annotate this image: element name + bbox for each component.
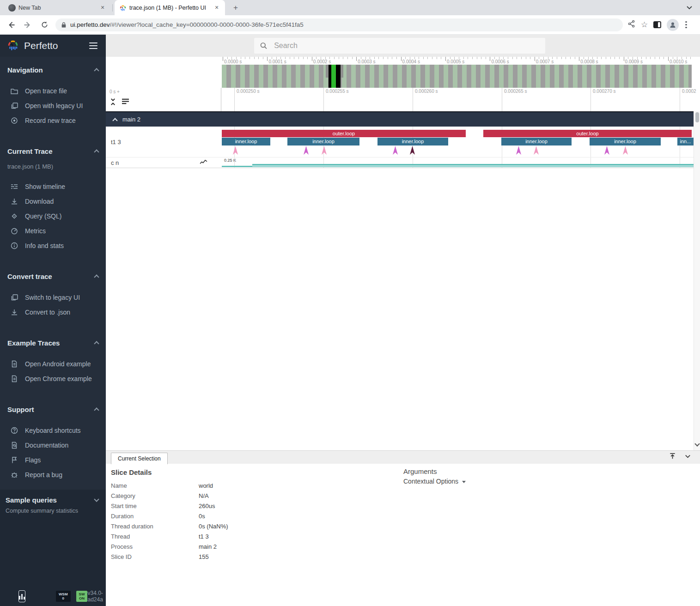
collapse-panel-icon[interactable] bbox=[684, 452, 692, 462]
sidebar-item-query-sql-[interactable]: Query (SQL) bbox=[0, 209, 106, 224]
slice-inner-loop[interactable]: inner.loop bbox=[501, 138, 572, 145]
browser-menu-icon[interactable] bbox=[684, 20, 688, 30]
doc-icon bbox=[10, 375, 18, 383]
instant-event-marker[interactable] bbox=[533, 146, 539, 157]
ruler-tick bbox=[241, 57, 241, 59]
instant-event-marker[interactable] bbox=[303, 146, 309, 157]
sidebar-item-documentation[interactable]: Documentation bbox=[0, 438, 106, 453]
browser-tabstrip: New Tab × trace.json (1 MB) - Perfetto U… bbox=[0, 0, 700, 15]
sidebar-item-open-with-legacy-ui[interactable]: Open with legacy UI bbox=[0, 98, 106, 113]
slice-inner-loop[interactable]: inner.loop bbox=[590, 138, 661, 145]
search-input[interactable] bbox=[273, 41, 540, 50]
instant-event-marker[interactable] bbox=[392, 146, 398, 157]
slice-outer-loop[interactable]: outer.loop bbox=[222, 130, 466, 137]
section-header[interactable]: Example Traces bbox=[0, 338, 106, 347]
ruler-tick bbox=[490, 57, 490, 61]
process-group-header[interactable]: main 2 bbox=[106, 111, 694, 127]
instant-event-marker[interactable] bbox=[516, 146, 522, 157]
section-header[interactable]: Support bbox=[0, 405, 106, 414]
collapse-tracks-icon[interactable] bbox=[110, 98, 116, 108]
selection-window[interactable] bbox=[331, 65, 336, 88]
minimap-selection[interactable] bbox=[326, 65, 343, 88]
instant-event-marker[interactable] bbox=[321, 146, 327, 157]
track-name-panel[interactable]: c n bbox=[106, 158, 221, 168]
address-bar[interactable]: ui.perfetto.dev/#!/viewer?local_cache_ke… bbox=[55, 18, 623, 31]
ruler-tick bbox=[401, 57, 402, 61]
search-box[interactable] bbox=[254, 38, 545, 54]
sidebar-item-open-chrome-example[interactable]: Open Chrome example bbox=[0, 371, 106, 386]
instant-event-marker[interactable] bbox=[409, 146, 415, 157]
tab-perfetto[interactable]: trace.json (1 MB) - Perfetto UI × bbox=[115, 0, 225, 15]
bookmark-star-icon[interactable]: ☆ bbox=[641, 20, 648, 30]
selection-handle-left[interactable] bbox=[326, 65, 329, 78]
sidebar-item-show-timeline[interactable]: Show timeline bbox=[0, 179, 106, 194]
sidebar-item-label: Download bbox=[25, 198, 54, 205]
vertical-scrollbar[interactable] bbox=[694, 111, 700, 450]
section-header[interactable]: Navigation bbox=[0, 65, 106, 74]
legacy-ui-icon bbox=[10, 102, 18, 110]
sidebar-item-keyboard-shortcuts[interactable]: Keyboard shortcuts bbox=[0, 423, 106, 438]
tab-search-caret-icon[interactable] bbox=[685, 3, 694, 12]
toolbar-right: ☆ bbox=[627, 19, 688, 31]
tab-current-selection[interactable]: Current Selection bbox=[111, 453, 168, 464]
sidebar-item-open-trace-file[interactable]: Open trace file bbox=[0, 84, 106, 98]
contextual-options-dropdown[interactable]: Contextual Options bbox=[403, 478, 466, 485]
instant-event-marker[interactable] bbox=[622, 146, 628, 157]
expand-panel-icon[interactable] bbox=[669, 452, 676, 462]
sidebar-item-metrics[interactable]: Metrics bbox=[0, 224, 106, 238]
sidebar-item-flags[interactable]: Flags bbox=[0, 453, 106, 467]
ruler-label: 0.0003 s bbox=[358, 59, 375, 64]
chart-stats-icon[interactable] bbox=[18, 590, 25, 602]
menu-hamburger-icon[interactable] bbox=[87, 41, 99, 51]
browser-toolbar: ui.perfetto.dev/#!/viewer?local_cache_ke… bbox=[0, 15, 700, 35]
scrollbar-thumb[interactable] bbox=[695, 112, 699, 122]
slice-outer-loop[interactable]: outer.loop bbox=[483, 130, 692, 137]
overview-minimap[interactable] bbox=[222, 65, 692, 88]
app-topbar bbox=[106, 35, 700, 57]
tab-close-icon[interactable]: × bbox=[213, 4, 220, 12]
side-panel-icon[interactable] bbox=[653, 21, 661, 28]
profile-avatar[interactable] bbox=[667, 19, 679, 31]
sidebar-item-record-new-trace[interactable]: Record new trace bbox=[0, 113, 106, 128]
slice-inner-loop[interactable]: inner.loop bbox=[377, 138, 448, 145]
ruler-tick bbox=[561, 57, 562, 59]
track-name-panel[interactable]: t1 3 bbox=[106, 127, 221, 157]
track-list-icon[interactable] bbox=[121, 98, 130, 108]
new-tab-button[interactable]: + bbox=[230, 3, 241, 14]
ruler-label: 0.0010 s bbox=[670, 59, 687, 64]
sidebar-item-open-android-example[interactable]: Open Android example bbox=[0, 357, 106, 371]
ruler-tick bbox=[294, 57, 294, 59]
sidebar-item-download[interactable]: Download bbox=[0, 194, 106, 209]
share-icon[interactable] bbox=[627, 20, 635, 30]
forward-icon[interactable] bbox=[22, 19, 33, 30]
reload-icon[interactable] bbox=[39, 19, 50, 30]
axis-offset-label: 0 s + bbox=[110, 89, 120, 94]
chevron-up-icon bbox=[94, 68, 99, 73]
sidebar-item-switch-to-legacy-ui[interactable]: Switch to legacy UI bbox=[0, 290, 106, 305]
sidebar-item-report-a-bug[interactable]: Report a bug bbox=[0, 467, 106, 482]
sample-queries-header[interactable]: Sample queries bbox=[0, 490, 106, 504]
thread-track-timeline[interactable]: outer.loopouter.loopinner.loopinner.loop… bbox=[221, 127, 694, 157]
back-icon[interactable] bbox=[6, 19, 17, 30]
tab-new-tab[interactable]: New Tab × bbox=[4, 0, 111, 15]
scroll-down-icon[interactable] bbox=[694, 441, 700, 446]
details-panel: Current Selection Slice Details Nameworl… bbox=[106, 450, 700, 606]
sidebar-item-label: Metrics bbox=[25, 227, 46, 235]
sidebar-item-convert-to-json[interactable]: Convert to .json bbox=[0, 305, 106, 320]
section-header[interactable]: Convert trace bbox=[0, 272, 106, 281]
ruler-tick bbox=[584, 57, 584, 59]
section-header[interactable]: Current Trace bbox=[0, 146, 106, 156]
slice-inner-loop[interactable]: inner.loop bbox=[287, 138, 359, 145]
slice-inner-loop[interactable]: inn... bbox=[677, 138, 694, 145]
tab-close-icon[interactable]: × bbox=[99, 4, 106, 12]
selection-handle-right[interactable] bbox=[341, 65, 343, 78]
sidebar-item-info-and-stats[interactable]: Info and stats bbox=[0, 238, 106, 253]
counter-track-timeline[interactable]: 0.25 K bbox=[221, 158, 694, 168]
instant-event-marker[interactable] bbox=[604, 146, 610, 157]
instant-event-marker[interactable] bbox=[232, 146, 238, 157]
timeline-icon bbox=[10, 182, 18, 191]
axis-time-label: 0.000250 s bbox=[237, 89, 260, 94]
slice-inner-loop[interactable]: inner.loop bbox=[222, 138, 270, 145]
sample-query-item[interactable]: Compute summary statistics bbox=[0, 504, 106, 514]
sidebar-item-label: Documentation bbox=[25, 442, 68, 449]
